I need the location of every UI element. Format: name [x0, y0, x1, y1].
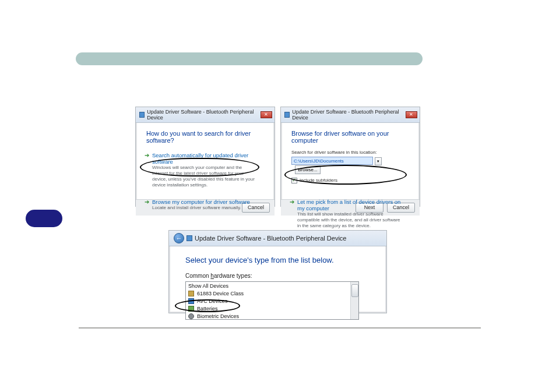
- dialog-body: How do you want to search for driver sof…: [136, 123, 275, 199]
- list-item[interactable]: 61883 Device Class: [186, 289, 358, 297]
- window-icon: [139, 112, 145, 118]
- device-icon: [188, 313, 194, 319]
- dialog-heading: How do you want to search for driver sof…: [146, 130, 264, 144]
- arrow-icon: ➔: [145, 199, 149, 205]
- close-icon[interactable]: [406, 111, 417, 118]
- option-auto-search[interactable]: ➔ Search automatically for updated drive…: [146, 150, 264, 192]
- dialog-heading: Browse for driver software on your compu…: [291, 130, 409, 144]
- arrow-icon: ➔: [290, 199, 294, 205]
- option-title: Browse my computer for driver software: [152, 199, 258, 205]
- option-desc: Locate and install driver software manua…: [152, 205, 258, 211]
- device-icon: [188, 298, 194, 304]
- window-icon: [186, 235, 192, 241]
- device-icon: [188, 306, 194, 312]
- titlebar: ← Update Driver Software - Bluetooth Per…: [169, 231, 386, 246]
- back-icon[interactable]: ←: [174, 233, 184, 243]
- include-subfolders[interactable]: Include subfolders: [291, 178, 409, 183]
- option-pick-from-list[interactable]: ➔ Let me pick from a list of device driv…: [291, 196, 409, 232]
- titlebar: Update Driver Software - Bluetooth Perip…: [281, 107, 420, 123]
- checkbox-icon[interactable]: [291, 178, 297, 183]
- dialog-browse: Update Driver Software - Bluetooth Perip…: [280, 107, 420, 207]
- header-pill: [76, 52, 423, 65]
- dialog-body: Browse for driver software on your compu…: [281, 123, 420, 199]
- scrollbar[interactable]: [350, 282, 358, 319]
- list-item-label: Biometric Devices: [197, 313, 239, 319]
- list-item[interactable]: AVC Devices: [186, 297, 358, 305]
- titlebar: Update Driver Software - Bluetooth Perip…: [136, 107, 275, 123]
- window-icon: [284, 112, 290, 118]
- list-item-label: Batteries: [197, 306, 218, 312]
- search-location-label: Search for driver software in this locat…: [291, 150, 409, 155]
- option-desc: Windows will search your computer and th…: [152, 165, 258, 188]
- list-item-label: AVC Devices: [197, 298, 227, 304]
- dialog-select-type: ← Update Driver Software - Bluetooth Per…: [168, 230, 387, 313]
- dialog-body: Select your device's type from the list …: [169, 246, 386, 324]
- list-item[interactable]: Show All Devices: [186, 282, 358, 289]
- window-title: Update Driver Software - Bluetooth Perip…: [195, 235, 346, 242]
- window-title: Update Driver Software - Bluetooth Perip…: [147, 109, 260, 121]
- include-sub-label: Include subfolders: [300, 178, 337, 183]
- side-blue-pill: [26, 210, 62, 227]
- close-icon[interactable]: [261, 111, 272, 118]
- path-input[interactable]: [291, 157, 373, 165]
- browse-button[interactable]: Browse...: [295, 165, 321, 174]
- list-item[interactable]: Batteries: [186, 305, 358, 312]
- arrow-icon: ➔: [145, 152, 149, 158]
- dropdown-button[interactable]: ▾: [375, 157, 382, 165]
- path-row: ▾ Browse...: [291, 157, 409, 174]
- option-title: Let me pick from a list of device driver…: [297, 199, 403, 211]
- list-item-label: 61883 Device Class: [197, 291, 244, 296]
- option-desc: This list will show installed driver sof…: [297, 211, 403, 229]
- dialog-heading: Select your device's type from the list …: [185, 256, 371, 264]
- label-part: Common: [185, 273, 210, 279]
- common-hw-label: Common hardware types:: [185, 273, 371, 279]
- dialog-search-method: Update Driver Software - Bluetooth Perip…: [135, 107, 275, 207]
- device-icon: [188, 291, 194, 296]
- footer-rule: [79, 327, 481, 329]
- option-title: Search automatically for updated driver …: [152, 152, 258, 165]
- list-item-label: Show All Devices: [188, 283, 228, 289]
- scroll-thumb[interactable]: [351, 284, 358, 297]
- hardware-listbox[interactable]: Show All Devices 61883 Device Class AVC …: [185, 281, 359, 320]
- list-item[interactable]: Biometric Devices: [186, 312, 358, 320]
- label-part: ardware types:: [214, 273, 252, 279]
- window-title: Update Driver Software - Bluetooth Perip…: [292, 109, 405, 121]
- option-browse-manual[interactable]: ➔ Browse my computer for driver software…: [146, 196, 264, 214]
